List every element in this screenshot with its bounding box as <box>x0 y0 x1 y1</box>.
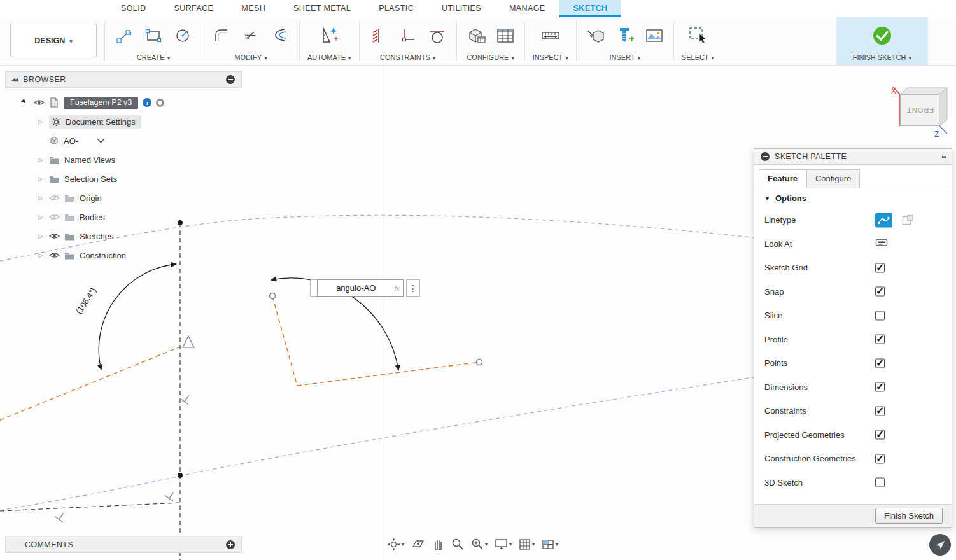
snap-checkbox[interactable] <box>875 287 885 297</box>
dimension-options-menu-button[interactable]: ⋮ <box>406 279 420 297</box>
tree-row-construction[interactable]: ▷ Construction <box>5 246 242 265</box>
create-group-label[interactable]: CREATE <box>137 53 170 65</box>
grid-snap-button[interactable]: ▾ <box>517 538 536 550</box>
collapse-triangle-icon[interactable]: ▷ <box>37 195 45 201</box>
finish-sketch-button[interactable]: Finish Sketch <box>875 508 943 524</box>
automate-group-label[interactable]: AUTOMATE <box>307 53 351 65</box>
tab-sheet-metal[interactable]: SHEET METAL <box>279 0 365 17</box>
display-settings-button[interactable]: ▾ <box>493 538 513 550</box>
constraints-checkbox[interactable] <box>875 406 885 416</box>
linetype-construction-button[interactable] <box>875 213 892 227</box>
trim-tool-icon[interactable]: ✂ <box>239 24 262 48</box>
measure-tool-icon[interactable] <box>539 24 562 48</box>
orbit-button[interactable]: ▾ <box>386 538 405 551</box>
eye-icon[interactable] <box>49 232 60 240</box>
slice-checkbox[interactable] <box>875 311 885 320</box>
3d-sketch-checkbox[interactable] <box>875 478 885 487</box>
add-comment-icon[interactable] <box>226 540 235 549</box>
offset-tool-icon[interactable] <box>269 24 292 48</box>
job-status-button[interactable] <box>929 534 951 556</box>
tree-row-document-settings[interactable]: ▷ Document Settings <box>5 112 242 131</box>
configure-component-icon[interactable] <box>465 24 488 48</box>
collapse-triangle-icon[interactable]: ▷ <box>37 214 45 220</box>
eye-icon[interactable] <box>49 251 60 259</box>
inspect-group-label[interactable]: INSPECT <box>533 53 568 65</box>
browser-collapse-icon[interactable]: ◀◀ <box>11 77 17 83</box>
tab-mesh[interactable]: MESH <box>227 0 279 17</box>
eye-icon[interactable] <box>34 99 45 106</box>
construction-lines-orange[interactable] <box>0 297 479 420</box>
projected-geometries-checkbox[interactable] <box>875 430 885 440</box>
look-at-button[interactable] <box>410 538 426 550</box>
fix-constraint-icon[interactable] <box>367 24 390 48</box>
collapse-triangle-icon[interactable]: ▷ <box>37 252 45 258</box>
constraint-glyphs[interactable] <box>55 336 194 522</box>
tangent-constraint-icon[interactable] <box>426 24 449 48</box>
collapse-triangle-icon[interactable]: ▷ <box>37 118 45 125</box>
comments-bar[interactable]: COMMENTS <box>5 536 242 553</box>
root-document-label[interactable]: Fuselagem P2 v3 <box>64 97 138 109</box>
insert-fastener-icon[interactable] <box>614 24 636 48</box>
line-tool-icon[interactable] <box>113 24 136 48</box>
fillet-tool-icon[interactable] <box>210 24 233 48</box>
finish-sketch-check-icon[interactable] <box>871 24 894 48</box>
finish-sketch-label[interactable]: FINISH SKETCH <box>853 53 911 65</box>
construction-geometries-checkbox[interactable] <box>875 454 885 463</box>
dropdown-caret-icon[interactable]: ▾ <box>402 542 404 547</box>
palette-collapse-icon[interactable]: ▸▸ <box>942 153 946 160</box>
viewports-button[interactable]: ▾ <box>540 539 559 550</box>
palette-tab-feature[interactable]: Feature <box>759 169 806 188</box>
look-at-plane-button[interactable] <box>875 238 888 250</box>
linetype-normal-button[interactable] <box>901 213 915 227</box>
tree-row-root[interactable]: ▶ Fuselagem P2 v3 i <box>5 93 242 112</box>
modify-group-label[interactable]: MODIFY <box>234 53 267 65</box>
dimension-edit-grip[interactable] <box>310 279 317 297</box>
tab-plastic[interactable]: PLASTIC <box>365 0 428 17</box>
configure-group-label[interactable]: CONFIGURE <box>467 53 514 65</box>
palette-tab-configure[interactable]: Configure <box>806 169 860 188</box>
sketch-grid-checkbox[interactable] <box>875 263 885 272</box>
tab-surface[interactable]: SURFACE <box>160 0 228 17</box>
select-tool-icon[interactable] <box>687 24 710 48</box>
configuration-table-icon[interactable] <box>494 24 517 48</box>
design-workspace-button[interactable]: DESIGN <box>10 24 97 57</box>
dropdown-caret-icon[interactable]: ▾ <box>485 542 488 547</box>
zoom-button[interactable] <box>450 538 465 550</box>
tree-row-bodies[interactable]: ▷ Bodies <box>5 207 242 227</box>
tab-solid[interactable]: SOLID <box>107 0 160 17</box>
chevron-down-icon[interactable] <box>97 138 105 143</box>
collapse-triangle-icon[interactable]: ▷ <box>37 157 45 163</box>
dropdown-caret-icon[interactable]: ▾ <box>556 542 558 547</box>
profile-checkbox[interactable] <box>875 335 885 344</box>
info-icon[interactable]: i <box>143 98 151 107</box>
tree-row-named-views[interactable]: ▷ Named Views <box>5 150 242 169</box>
insert-derive-icon[interactable] <box>584 24 607 48</box>
dropdown-caret-icon[interactable]: ▾ <box>509 542 512 547</box>
insert-canvas-icon[interactable] <box>643 24 666 48</box>
rectangle-tool-icon[interactable] <box>142 24 165 48</box>
collapse-triangle-icon[interactable]: ▷ <box>37 176 45 182</box>
eye-off-icon[interactable] <box>49 213 60 221</box>
construction-lines-black[interactable] <box>0 223 180 560</box>
select-group-label[interactable]: SELECT <box>682 53 714 65</box>
circle-tool-icon[interactable] <box>171 24 194 48</box>
tree-row-sketches[interactable]: ▷ Sketches <box>5 227 242 246</box>
eye-off-icon[interactable] <box>49 194 60 202</box>
browser-minimize-icon[interactable] <box>226 75 235 84</box>
tree-row-origin[interactable]: ▷ Origin <box>5 188 242 207</box>
tab-sketch[interactable]: SKETCH <box>559 0 622 17</box>
zoom-fit-button[interactable]: ▾ <box>470 538 489 550</box>
tab-manage[interactable]: MANAGE <box>495 0 559 17</box>
automated-sketch-tool-icon[interactable] <box>318 24 341 48</box>
constraints-group-label[interactable]: CONSTRAINTS <box>380 53 435 65</box>
palette-minimize-icon[interactable] <box>761 152 770 161</box>
activate-component-icon[interactable] <box>156 99 164 107</box>
points-checkbox[interactable] <box>875 358 885 368</box>
dimension-value-input[interactable] <box>318 283 394 293</box>
dropdown-caret-icon[interactable]: ▾ <box>532 542 535 547</box>
horizontal-vertical-constraint-icon[interactable] <box>397 24 419 48</box>
tab-utilities[interactable]: UTILITIES <box>428 0 495 17</box>
options-section-header[interactable]: ▼ Options <box>754 188 952 208</box>
view-cube[interactable]: FRONT X Z <box>886 83 952 141</box>
pan-button[interactable] <box>431 538 446 550</box>
